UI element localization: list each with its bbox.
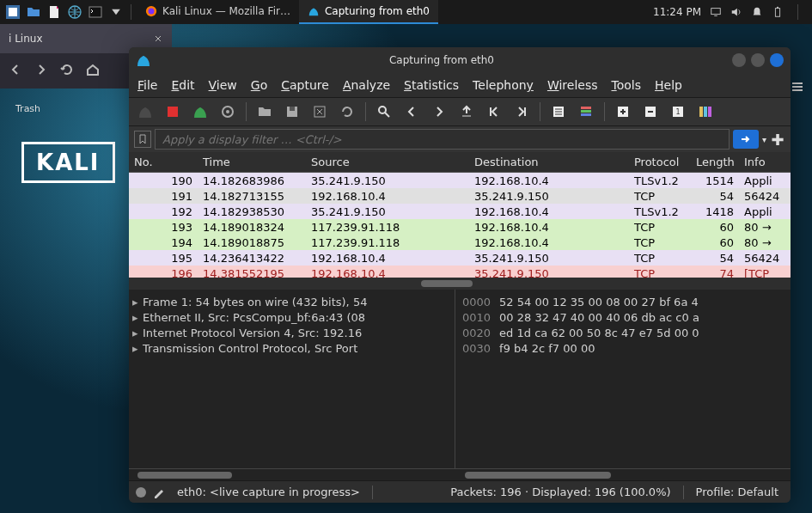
hex-line[interactable]: 0020ed 1d ca 62 00 50 8c 47 e7 5d 00 0: [462, 326, 784, 341]
details-scrollbar[interactable]: [129, 468, 460, 480]
packet-row[interactable]: 19414.189018875117.239.91.118192.168.10.…: [129, 235, 791, 250]
hex-line[interactable]: 000052 54 00 12 35 00 08 00 27 bf 6a 4: [462, 295, 784, 310]
task-wireshark[interactable]: Capturing from eth0: [299, 0, 438, 24]
zoom-out-button[interactable]: [639, 101, 662, 123]
packet-list-body[interactable]: 19014.18268398635.241.9.150192.168.10.4T…: [129, 173, 791, 278]
filter-history-dropdown[interactable]: ▾: [762, 135, 766, 144]
open-file-button[interactable]: [253, 101, 276, 123]
zoom-reset-button[interactable]: 1: [667, 101, 689, 123]
col-no[interactable]: No.: [129, 156, 198, 168]
autoscroll-button[interactable]: [547, 101, 570, 123]
colorize-button[interactable]: [575, 101, 597, 123]
protocol-tree-item[interactable]: ▸Frame 1: 54 bytes on wire (432 bits), 5…: [132, 295, 451, 310]
stop-capture-button[interactable]: [162, 101, 184, 123]
menu-help[interactable]: Help: [655, 78, 682, 92]
reload-file-button[interactable]: [336, 101, 358, 123]
wireshark-titlebar[interactable]: Capturing from eth0: [129, 47, 791, 73]
maximize-button[interactable]: [751, 53, 765, 67]
reload-icon[interactable]: [60, 63, 74, 76]
hex-line[interactable]: 001000 28 32 47 40 00 40 06 db ac c0 a: [462, 310, 784, 326]
back-icon[interactable]: [9, 63, 22, 76]
launcher-terminal-icon[interactable]: [86, 3, 105, 21]
notifications-icon[interactable]: [751, 6, 763, 18]
minimize-button[interactable]: [732, 53, 746, 67]
firefox-menu-icon[interactable]: [790, 79, 805, 95]
display-filter-input[interactable]: [155, 129, 730, 150]
restart-capture-button[interactable]: [189, 101, 211, 123]
find-packet-button[interactable]: [373, 101, 395, 123]
forward-icon[interactable]: [34, 63, 48, 76]
packet-row[interactable]: 19314.189018324117.239.91.118192.168.10.…: [129, 219, 791, 235]
bytes-scrollbar[interactable]: [460, 468, 791, 480]
svg-rect-3: [89, 7, 101, 17]
protocol-tree-item[interactable]: ▸Internet Protocol Version 4, Src: 192.1…: [132, 326, 451, 341]
packet-row[interactable]: 19214.18293853035.241.9.150192.168.10.4T…: [129, 204, 791, 219]
packet-row[interactable]: 19514.236413422192.168.10.435.241.9.150T…: [129, 250, 791, 266]
close-file-button[interactable]: [308, 101, 331, 123]
capture-options-button[interactable]: [217, 101, 239, 123]
menu-analyze[interactable]: Analyze: [343, 78, 390, 92]
protocol-tree-item[interactable]: ▸Ethernet II, Src: PcsCompu_bf:6a:43 (08: [132, 310, 451, 326]
battery-icon[interactable]: [772, 6, 784, 18]
menu-edit[interactable]: Edit: [171, 78, 194, 92]
packet-row[interactable]: 19114.182713155192.168.10.435.241.9.150T…: [129, 188, 791, 204]
home-icon[interactable]: [86, 63, 100, 76]
svg-point-5: [149, 9, 155, 15]
close-button[interactable]: [770, 53, 784, 67]
scrollbar-thumb[interactable]: [137, 472, 232, 479]
desktop-trash[interactable]: Trash: [15, 103, 40, 114]
menu-file[interactable]: File: [137, 78, 157, 92]
protocol-tree-item[interactable]: ▸Transmission Control Protocol, Src Port: [132, 341, 451, 357]
packet-row[interactable]: 19014.18268398635.241.9.150192.168.10.4T…: [129, 173, 791, 188]
launcher-files-icon[interactable]: [24, 3, 43, 21]
add-filter-button[interactable]: ✚: [770, 131, 785, 149]
packet-row[interactable]: 19614.381552195192.168.10.435.241.9.150T…: [129, 266, 791, 278]
edit-capture-icon[interactable]: [153, 486, 165, 498]
scrollbar-thumb[interactable]: [421, 280, 473, 287]
menu-statistics[interactable]: Statistics: [404, 78, 459, 92]
go-forward-button[interactable]: [428, 101, 450, 123]
packet-list-pane[interactable]: No. Time Source Destination Protocol Len…: [129, 152, 791, 290]
save-button[interactable]: [281, 101, 303, 123]
launcher-menu-icon[interactable]: [3, 3, 22, 21]
col-protocol[interactable]: Protocol: [629, 156, 691, 168]
go-back-button[interactable]: [400, 101, 423, 123]
col-destination[interactable]: Destination: [469, 156, 629, 168]
display-icon[interactable]: [710, 6, 722, 18]
col-length[interactable]: Length: [691, 156, 739, 168]
task-firefox[interactable]: Kali Linux — Mozilla Fir…: [137, 0, 299, 24]
col-source[interactable]: Source: [306, 156, 469, 168]
status-profile[interactable]: Profile: Default: [691, 486, 784, 498]
packet-list-scrollbar[interactable]: [129, 278, 791, 290]
hex-line[interactable]: 0030f9 b4 2c f7 00 00: [462, 341, 784, 357]
packet-bytes-pane[interactable]: 000052 54 00 12 35 00 08 00 27 bf 6a 400…: [455, 290, 791, 468]
zoom-in-button[interactable]: [612, 101, 634, 123]
tab-close-icon[interactable]: [153, 34, 163, 44]
menu-tools[interactable]: Tools: [612, 78, 642, 92]
task-firefox-label: Kali Linux — Mozilla Fir…: [162, 5, 290, 17]
launcher-editor-icon[interactable]: [45, 3, 64, 21]
menu-telephony[interactable]: Telephony: [473, 78, 534, 92]
bookmark-filter-icon[interactable]: [134, 131, 151, 148]
menu-wireless[interactable]: Wireless: [547, 78, 598, 92]
go-to-packet-button[interactable]: [455, 101, 478, 123]
expert-info-icon[interactable]: [136, 487, 146, 498]
firefox-tab-label: i Linux: [9, 33, 42, 45]
volume-icon[interactable]: [730, 6, 742, 18]
start-capture-button[interactable]: [134, 101, 156, 123]
menu-go[interactable]: Go: [251, 78, 267, 92]
apply-filter-button[interactable]: [733, 130, 759, 149]
col-info[interactable]: Info: [739, 156, 791, 168]
menu-capture[interactable]: Capture: [281, 78, 329, 92]
launcher-browser-icon[interactable]: [65, 3, 84, 21]
scrollbar-thumb[interactable]: [465, 472, 611, 479]
resize-columns-button[interactable]: [694, 101, 717, 123]
go-last-button[interactable]: [510, 101, 533, 123]
launcher-dropdown-icon[interactable]: [107, 3, 125, 21]
col-time[interactable]: Time: [198, 156, 306, 168]
menu-view[interactable]: View: [209, 78, 237, 92]
go-first-button[interactable]: [483, 101, 505, 123]
packet-details-pane[interactable]: ▸Frame 1: 54 bytes on wire (432 bits), 5…: [129, 290, 455, 468]
clock[interactable]: 11:24 PM: [653, 6, 701, 18]
packet-list-header[interactable]: No. Time Source Destination Protocol Len…: [129, 152, 791, 173]
